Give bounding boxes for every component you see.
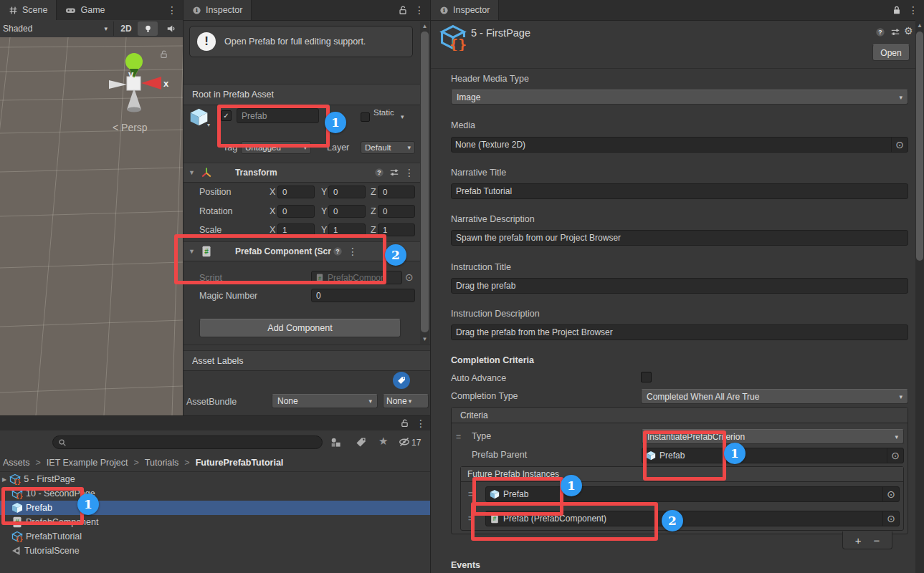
gameobject-cube-icon[interactable] xyxy=(189,107,209,127)
breadcrumb-futureprefabtutorial[interactable]: FuturePrefabTutorial xyxy=(196,458,284,468)
favorites-star-icon[interactable]: ★ xyxy=(378,435,388,448)
asset-label-button[interactable] xyxy=(393,372,410,389)
completion-type-dropdown[interactable]: Completed When All Are True ▾ xyxy=(641,389,908,404)
assetbundle-variant-dropdown[interactable]: None ▾ xyxy=(383,394,429,408)
lock-icon[interactable] xyxy=(892,5,902,15)
right-inspector-scrollbar[interactable]: ▲ xyxy=(915,20,924,573)
list-item[interactable]: TutorialScene xyxy=(0,544,430,558)
instance-object-field[interactable]: Prefab ⊙ xyxy=(485,486,900,502)
perspective-label[interactable]: < Persp xyxy=(113,122,148,133)
tab-scene[interactable]: Scene xyxy=(0,0,57,20)
narrative-title-input[interactable]: Prefab Tutorial xyxy=(451,183,908,199)
hidden-items-eye-icon[interactable] xyxy=(399,436,410,448)
list-footer: + − xyxy=(842,531,892,549)
assetbundle-dropdown[interactable]: None ▾ xyxy=(272,394,378,408)
prefab-component-header[interactable]: ▼ Prefab Component (Scr ⋮ xyxy=(184,241,420,261)
component-menu-icon[interactable]: ⋮ xyxy=(404,168,414,178)
breadcrumb-assets[interactable]: Assets xyxy=(3,458,30,468)
header-media-type-dropdown[interactable]: Image ▾ xyxy=(451,90,908,105)
rotation-z-field[interactable]: 0 xyxy=(378,205,415,218)
drag-handle[interactable]: = xyxy=(468,514,472,524)
right-inspector-menu-icon[interactable]: ⋮ xyxy=(908,5,918,15)
media-object-field[interactable]: None (Texture 2D) ⊙ xyxy=(451,137,908,153)
scale-x-field[interactable]: 1 xyxy=(277,223,315,236)
scene-viewport[interactable]: y x < Persp xyxy=(0,37,183,415)
object-picker-icon[interactable]: ⊙ xyxy=(405,272,414,282)
project-panel: ⋮ ★ 17 Assets > IET Example Project > Tu… xyxy=(0,415,430,573)
foldout-icon[interactable]: ▼ xyxy=(189,169,195,176)
object-picker-icon[interactable]: ⊙ xyxy=(882,511,895,526)
object-picker-icon[interactable]: ⊙ xyxy=(891,138,904,152)
drag-handle[interactable]: = xyxy=(456,432,460,442)
rotation-x-field[interactable]: 0 xyxy=(277,205,315,218)
script-icon xyxy=(490,514,500,524)
open-button[interactable]: Open xyxy=(872,44,910,61)
static-checkbox[interactable] xyxy=(361,112,370,122)
lighting-toggle-button[interactable] xyxy=(138,21,158,36)
breadcrumb-iet-example-project[interactable]: IET Example Project xyxy=(47,458,128,468)
narrative-description-input[interactable]: Spawn the prefab from our Project Browse… xyxy=(451,230,908,246)
scriptable-object-icon xyxy=(9,473,21,485)
instance-object-field[interactable]: Prefab (PrefabComponent) ⊙ xyxy=(485,511,900,526)
drag-handle[interactable]: = xyxy=(468,489,472,499)
object-picker-icon[interactable]: ⊙ xyxy=(882,487,895,501)
magic-number-field[interactable]: 0 xyxy=(311,289,415,302)
unlock-icon[interactable] xyxy=(398,5,408,15)
layer-dropdown[interactable]: Default ▾ xyxy=(361,141,415,154)
2d-toggle-button[interactable]: 2D xyxy=(117,21,135,36)
help-icon[interactable] xyxy=(374,168,384,178)
presets-icon[interactable] xyxy=(890,27,900,37)
criterion-type-label: Type xyxy=(472,431,491,441)
list-item[interactable]: 10 - SecondPage xyxy=(0,486,430,501)
asset-labels-header: Asset Labels xyxy=(184,350,439,371)
tab-inspector-right[interactable]: Inspector xyxy=(431,0,499,20)
foldout-icon[interactable]: ▶ xyxy=(2,476,6,483)
static-dropdown-icon[interactable]: ▾ xyxy=(401,113,404,120)
criterion-type-dropdown[interactable]: InstantiatePrefabCriterion ▾ xyxy=(642,429,904,444)
object-picker-icon[interactable]: ⊙ xyxy=(887,448,900,463)
gameobject-icon-chevron-icon[interactable]: ▾ xyxy=(207,122,210,128)
list-item-selected[interactable]: Prefab xyxy=(0,501,430,515)
transform-header[interactable]: ▼ Transform ⋮ xyxy=(184,163,420,183)
instruction-title-input[interactable]: Drag the prefab xyxy=(451,278,908,294)
shading-mode-dropdown[interactable]: Shaded ▾ xyxy=(3,21,110,36)
add-element-button[interactable]: + xyxy=(855,534,862,546)
prefab-parent-object-field[interactable]: Prefab ⊙ xyxy=(642,448,904,463)
help-icon[interactable] xyxy=(333,246,343,256)
foldout-icon[interactable]: ▼ xyxy=(189,248,195,255)
instruction-description-input[interactable]: Drag the prefab from the Project Browser xyxy=(451,324,908,340)
help-icon[interactable] xyxy=(875,27,885,37)
tab-game[interactable]: Game xyxy=(57,0,113,20)
active-checkbox[interactable]: ✓ xyxy=(221,110,232,121)
tab-inspector-mid[interactable]: Inspector xyxy=(184,0,252,20)
scale-y-field[interactable]: 1 xyxy=(328,223,366,236)
project-menu-icon[interactable]: ⋮ xyxy=(416,418,426,428)
script-object-field[interactable]: PrefabCompor xyxy=(311,271,402,284)
rotation-y-field[interactable]: 0 xyxy=(328,205,366,218)
gizmo-lock-icon[interactable] xyxy=(159,49,168,59)
list-item[interactable]: PrefabComponent xyxy=(0,515,430,529)
position-y-field[interactable]: 0 xyxy=(328,186,366,198)
scale-z-field[interactable]: 1 xyxy=(378,223,415,236)
list-item[interactable]: ▶ 5 - FirstPage xyxy=(0,472,430,486)
gameobject-name-field[interactable]: Prefab xyxy=(237,108,319,123)
tag-dropdown[interactable]: Untagged ▾ xyxy=(241,141,311,154)
scene-menu-icon[interactable]: ⋮ xyxy=(167,5,177,15)
filter-by-type-icon[interactable] xyxy=(330,437,341,448)
position-x-field[interactable]: 0 xyxy=(277,186,315,198)
presets-icon[interactable] xyxy=(389,168,399,178)
position-z-field[interactable]: 0 xyxy=(378,186,415,198)
filter-by-label-icon[interactable] xyxy=(356,437,366,448)
add-component-button[interactable]: Add Component xyxy=(199,319,401,337)
breadcrumb-tutorials[interactable]: Tutorials xyxy=(145,458,178,468)
audio-toggle-button[interactable] xyxy=(162,21,181,36)
remove-element-button[interactable]: − xyxy=(873,534,880,546)
auto-advance-checkbox[interactable] xyxy=(641,372,652,382)
unlock-icon[interactable] xyxy=(400,418,409,428)
component-menu-icon[interactable]: ⋮ xyxy=(348,246,358,256)
gear-icon[interactable]: ⚙ xyxy=(904,25,913,37)
list-item[interactable]: PrefabTutorial xyxy=(0,529,430,544)
mid-inspector-menu-icon[interactable]: ⋮ xyxy=(414,5,424,15)
mid-inspector-scrollbar[interactable]: ▲ ▼ xyxy=(420,21,429,344)
search-input[interactable] xyxy=(52,435,323,449)
